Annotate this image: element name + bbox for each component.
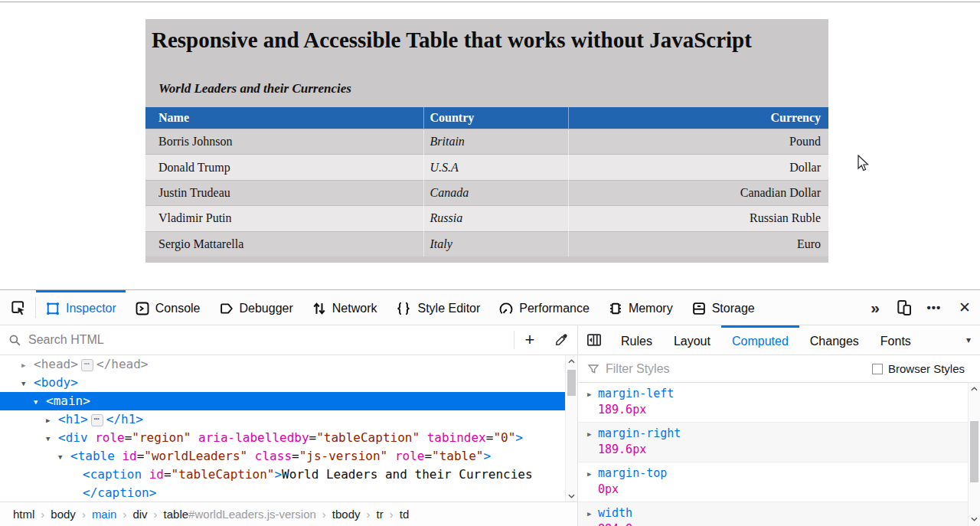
breadcrumb-item-table[interactable]: table#worldLeaders.js-version (164, 508, 316, 521)
markup-search-bar[interactable]: Search HTML + (0, 325, 577, 355)
expand-right-icon[interactable]: ▶ (46, 411, 58, 430)
code-tag: <main> (46, 394, 90, 408)
breadcrumb-item-tbody[interactable]: tbody (332, 508, 361, 521)
sidebar-tabs-dropdown-button[interactable]: ▾ (957, 325, 980, 354)
markup-line[interactable]: </caption> (0, 484, 577, 501)
expand-right-icon[interactable]: ▶ (587, 470, 598, 478)
markup-line[interactable]: ▶<head>⋯</head> (0, 355, 577, 374)
breadcrumb-item-body[interactable]: body (51, 508, 76, 521)
code-plain: = (292, 449, 299, 463)
table-row: Sergio MattarellaItalyEuro (145, 231, 828, 256)
breadcrumb-item-td[interactable]: td (400, 508, 410, 521)
search-icon (8, 334, 21, 347)
breadcrumb-separator: › (41, 508, 44, 521)
tab-performance[interactable]: Performance (489, 290, 599, 325)
property-name: width (598, 506, 632, 520)
more-tabs-button[interactable]: » (861, 299, 887, 317)
expand-down-icon[interactable]: ▼ (46, 430, 58, 448)
expand-down-icon[interactable]: ▼ (34, 393, 46, 411)
computed-scrollbar[interactable] (968, 383, 980, 526)
code-tag: > (484, 449, 492, 463)
sidebar-tab-changes[interactable]: Changes (799, 325, 870, 354)
code-attr: tabindex (427, 430, 486, 445)
code-attr: class (255, 449, 292, 463)
expand-right-icon[interactable]: ▶ (587, 390, 598, 398)
sidebar-tab-rules[interactable]: Rules (610, 325, 663, 354)
code-attr: aria-labelledby (198, 430, 309, 445)
cell-country: Canada (423, 180, 568, 205)
eyedropper-button[interactable] (545, 333, 577, 347)
markup-line[interactable]: ▼<table id="worldLeaders" class="js-vers… (0, 447, 577, 466)
markup-scrollbar[interactable] (565, 355, 577, 501)
code-tag: <div (58, 430, 95, 445)
expand-down-icon[interactable]: ▼ (21, 374, 34, 393)
computed-property[interactable]: ▶width884.8px (578, 502, 968, 526)
computed-property[interactable]: ▶margin-left189.6px (578, 383, 968, 423)
tab-memory[interactable]: Memory (599, 290, 682, 325)
expand-right-icon[interactable]: ▶ (587, 510, 598, 518)
sidebar-tab-computed[interactable]: Computed (721, 325, 799, 354)
tab-network[interactable]: Network (302, 290, 387, 325)
responsive-design-mode-button[interactable] (888, 299, 919, 315)
cell-country: Britain (423, 129, 568, 155)
scrollbar-thumb[interactable] (970, 421, 978, 482)
devtools-toolbar-right: » ••• ✕ (861, 290, 980, 325)
breadcrumb-item-main[interactable]: main (92, 508, 117, 521)
tab-style-editor[interactable]: Style Editor (386, 290, 489, 325)
expand-right-icon[interactable]: ▶ (21, 356, 34, 374)
sidebar-tab-strip: RulesLayoutComputedChangesFonts ▾ (578, 325, 980, 355)
tab-inspector[interactable]: Inspector (36, 290, 126, 325)
markup-line[interactable]: <caption id="tableCaption">World Leaders… (0, 466, 577, 484)
code-tag: <caption (83, 467, 149, 482)
expand-down-icon[interactable]: ▼ (58, 448, 70, 466)
breadcrumb-separator: › (390, 508, 394, 521)
markup-line[interactable]: ▼<main> (0, 392, 565, 410)
column-header-country: Country (423, 107, 568, 129)
scrollbar-thumb[interactable] (567, 370, 576, 396)
breadcrumb-separator: › (154, 508, 158, 521)
computed-property[interactable]: ▶margin-right189.6px (578, 423, 968, 462)
computed-filter-bar[interactable]: Filter Styles Browser Styles (578, 355, 980, 383)
breadcrumb-item-html[interactable]: html (13, 508, 34, 521)
add-node-button[interactable]: + (514, 330, 545, 350)
inspector-sidebar: RulesLayoutComputedChangesFonts ▾ Filter… (578, 325, 980, 526)
tab-storage[interactable]: Storage (682, 290, 764, 325)
sidebar-pane-toggle-button[interactable] (578, 325, 610, 354)
property-name: margin-top (598, 466, 667, 480)
markup-view: ▶<head>⋯</head>▼<body>▼<main>▶<h1>⋯</h1>… (0, 355, 577, 501)
breadcrumb-item-tr[interactable]: tr (377, 508, 384, 521)
code-tag: <table (70, 449, 122, 463)
ellipsis-badge[interactable]: ⋯ (91, 414, 103, 426)
browser-styles-checkbox[interactable] (872, 364, 883, 374)
scroll-up-button[interactable] (969, 383, 980, 394)
markup-line[interactable]: ▶<h1>⋯</h1> (0, 410, 577, 429)
search-input[interactable]: Search HTML (28, 333, 104, 347)
markup-line[interactable]: ▼<body> (0, 374, 577, 392)
scroll-down-button[interactable] (969, 513, 980, 524)
code-tag: <head> (34, 357, 78, 371)
tab-console[interactable]: Console (126, 290, 210, 325)
close-devtools-button[interactable]: ✕ (949, 299, 980, 316)
property-value: 884.8px (598, 522, 968, 526)
computed-property[interactable]: ▶margin-top0px (578, 462, 968, 502)
inspector-left-pane: Search HTML + ▶<head>⋯</head>▼<body>▼<ma… (0, 325, 578, 526)
sidebar-tab-fonts[interactable]: Fonts (870, 325, 922, 354)
browser-styles-toggle[interactable]: Browser Styles (872, 362, 965, 375)
tab-debugger[interactable]: Debugger (210, 290, 302, 325)
expand-right-icon[interactable]: ▶ (587, 430, 598, 438)
element-picker-button[interactable] (0, 290, 35, 325)
devtools-panels: Search HTML + ▶<head>⋯</head>▼<body>▼<ma… (0, 325, 980, 526)
filter-styles-input[interactable]: Filter Styles (606, 362, 670, 376)
breadcrumb-item-suffix: #worldLeaders.js-version (188, 508, 316, 521)
markup-line[interactable]: ▼<div role="region" aria-labelledby="tab… (0, 429, 577, 447)
code-tag: > (515, 430, 523, 445)
network-icon (312, 301, 327, 316)
split-pane-icon (586, 333, 602, 347)
breadcrumb-item-div[interactable]: div (132, 508, 147, 521)
devtools-menu-button[interactable]: ••• (919, 301, 949, 314)
scroll-down-button[interactable] (566, 490, 577, 501)
scroll-up-button[interactable] (566, 355, 577, 367)
property-value: 0px (598, 482, 968, 496)
sidebar-tab-layout[interactable]: Layout (663, 325, 721, 354)
ellipsis-badge[interactable]: ⋯ (81, 359, 93, 371)
